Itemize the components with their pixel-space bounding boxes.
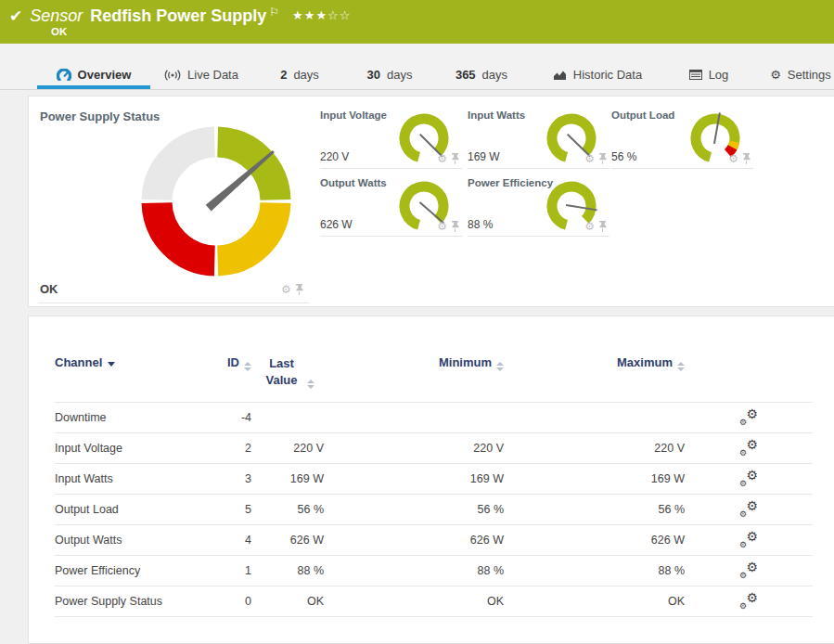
tab-label: Log <box>709 68 729 82</box>
mini-gauge-value: 626 W <box>320 218 353 231</box>
channel-name: Power Efficiency <box>55 555 222 586</box>
edit-channel-gears-icon[interactable]: ⚙⚙ <box>739 470 758 485</box>
edit-channel-gears-icon[interactable]: ⚙⚙ <box>739 531 758 547</box>
pin-icon[interactable] <box>742 153 751 164</box>
sort-caret-icon <box>108 362 115 367</box>
channel-id: 0 <box>222 586 251 616</box>
channel-id: 2 <box>222 432 251 463</box>
tab-historic-data[interactable]: Historic Data <box>543 60 652 89</box>
channel-name: Downtime <box>55 402 222 432</box>
tab-number: 2 <box>280 68 287 82</box>
tab-365-days[interactable]: 365days <box>445 60 518 89</box>
channel-last-value: 220 V <box>251 432 324 463</box>
tab-bar: Overview Live Data 2days 30days 365days … <box>0 44 834 90</box>
channel-id: 3 <box>222 463 251 494</box>
edit-channel-gears-icon[interactable]: ⚙⚙ <box>739 439 758 455</box>
column-header-last-value[interactable]: Last Value <box>251 335 324 402</box>
channel-minimum <box>324 402 504 432</box>
column-header-channel[interactable]: Channel <box>55 335 222 402</box>
sort-arrows-icon <box>307 380 314 389</box>
table-row: Power Efficiency 1 88 % 88 % 88 % ⚙⚙ <box>55 555 813 586</box>
pin-icon[interactable] <box>598 221 607 232</box>
object-type-label: Sensor <box>30 6 83 26</box>
tab-label: days <box>482 68 507 82</box>
tab-30-days[interactable]: 30days <box>357 60 422 89</box>
pin-icon[interactable] <box>295 284 303 295</box>
column-header-id[interactable]: ID <box>222 335 251 402</box>
priority-stars[interactable]: ★★★☆☆ <box>292 8 351 22</box>
mini-gauge-actions: ⚙ <box>437 152 459 165</box>
tab-live-data[interactable]: Live Data <box>156 60 247 89</box>
table-row: Output Load 5 56 % 56 % 56 % ⚙⚙ <box>55 494 813 524</box>
stars-empty[interactable]: ☆☆ <box>327 8 351 22</box>
table-row: Input Voltage 2 220 V 220 V 220 V ⚙⚙ <box>55 432 813 463</box>
edit-channel-gears-icon[interactable]: ⚙⚙ <box>739 561 758 577</box>
gauge-settings-icon[interactable]: ⚙ <box>584 152 595 165</box>
edit-channel-gears-icon[interactable]: ⚙⚙ <box>739 408 758 424</box>
sort-arrows-icon <box>677 362 685 371</box>
gauge-settings-icon[interactable]: ⚙ <box>437 220 447 233</box>
mini-gauge-power-efficiency: Power Efficiency 88 % ⚙ <box>468 175 609 237</box>
gauge-settings-icon[interactable]: ⚙ <box>437 152 447 165</box>
gauge-settings-icon[interactable]: ⚙ <box>281 283 291 296</box>
priority-flag-icon[interactable]: ⚐ <box>269 6 279 19</box>
gauge-settings-icon[interactable]: ⚙ <box>584 220 595 233</box>
channel-name: Output Watts <box>55 524 222 555</box>
channels-table: Channel ID Last Value Minimum Maximum Do… <box>55 335 813 617</box>
mini-gauge-output-load: Output Load 56 % ⚙ <box>611 108 753 169</box>
column-header-maximum[interactable]: Maximum <box>504 335 685 402</box>
edit-channel-gears-icon[interactable]: ⚙⚙ <box>739 592 758 608</box>
status-ok-check-icon: ✔ <box>9 6 22 26</box>
channel-minimum: 626 W <box>324 524 504 555</box>
stars-filled[interactable]: ★★★ <box>292 8 327 22</box>
pin-icon[interactable] <box>598 153 607 164</box>
table-row: Downtime -4 ⚙⚙ <box>55 402 813 432</box>
channel-minimum: 220 V <box>324 432 504 463</box>
channel-minimum: 169 W <box>324 463 504 494</box>
mini-gauge-value: 88 % <box>468 218 493 231</box>
channel-id: 5 <box>222 494 251 524</box>
pin-icon[interactable] <box>451 153 459 164</box>
channels-panel: Channel ID Last Value Minimum Maximum Do… <box>28 316 834 644</box>
channel-last-value: OK <box>251 586 324 616</box>
tab-label: Historic Data <box>573 68 642 82</box>
gear-icon: ⚙ <box>770 68 781 82</box>
warning-segment <box>733 142 735 148</box>
column-header-edit <box>685 335 813 402</box>
tab-2-days[interactable]: 2days <box>269 60 330 89</box>
tab-number: 365 <box>455 68 476 82</box>
mini-gauge-actions: ⚙ <box>584 220 607 233</box>
tab-label: Overview <box>78 68 132 82</box>
channel-maximum: 220 V <box>504 432 685 463</box>
channel-last-value <box>251 402 324 432</box>
pin-icon[interactable] <box>451 221 459 232</box>
channel-name: Power Supply Status <box>55 586 222 616</box>
sort-arrows-icon <box>496 362 504 371</box>
channel-last-value: 56 % <box>251 494 324 524</box>
channel-maximum: OK <box>504 586 685 616</box>
gauge-settings-icon[interactable]: ⚙ <box>728 152 738 165</box>
mini-gauge-actions: ⚙ <box>584 152 607 165</box>
channel-name: Input Voltage <box>55 432 222 463</box>
edit-channel-gears-icon[interactable]: ⚙⚙ <box>739 500 758 516</box>
channel-maximum: 626 W <box>504 524 685 555</box>
tab-settings[interactable]: ⚙ Settings <box>766 60 834 89</box>
tab-log[interactable]: Log <box>680 60 738 89</box>
tab-label: days <box>293 68 318 82</box>
channel-name: Output Load <box>55 494 222 524</box>
table-row: Power Supply Status 0 OK OK OK ⚙⚙ <box>55 586 813 616</box>
main-gauge-actions: ⚙ <box>281 283 303 296</box>
table-row: Output Watts 4 626 W 626 W 626 W ⚙⚙ <box>55 524 813 555</box>
channel-last-value: 626 W <box>251 524 324 555</box>
mini-gauge-actions: ⚙ <box>728 152 751 165</box>
channel-maximum: 56 % <box>504 494 685 524</box>
channel-last-value: 88 % <box>251 555 324 586</box>
mini-gauge-value: 56 % <box>611 150 636 163</box>
overview-panel: Power Supply Status OK ⚙ Input Voltage 2… <box>28 96 834 307</box>
tab-overview[interactable]: Overview <box>37 60 150 89</box>
channel-minimum: OK <box>324 586 504 616</box>
mini-gauge-label: Power Efficiency <box>468 177 553 188</box>
mini-gauge-label: Output Load <box>611 109 674 121</box>
column-header-minimum[interactable]: Minimum <box>324 335 504 402</box>
page-title: Redfish Power Supply <box>90 6 266 26</box>
